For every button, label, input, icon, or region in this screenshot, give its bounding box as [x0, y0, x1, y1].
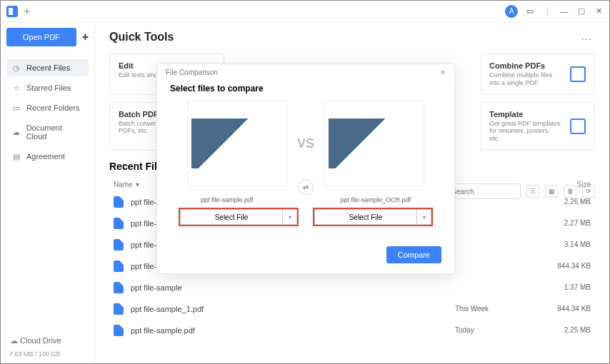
document-icon: ▤	[12, 152, 21, 161]
template-icon	[570, 110, 586, 143]
table-row[interactable]: ppt file-sample_1.pdfThis Week844.34 KB	[109, 298, 595, 320]
sidebar-item-label: Starred Files	[26, 84, 71, 92]
pdf-file-icon	[114, 239, 124, 251]
add-button[interactable]: +	[82, 31, 89, 44]
file-size: 3.14 MB	[541, 241, 591, 248]
file-date: This Week	[455, 305, 541, 313]
grid-view-button[interactable]: ▦	[545, 185, 558, 198]
tool-card-combine[interactable]: Combine PDFs Combine multiple files into…	[480, 54, 595, 95]
page-title: Quick Tools	[109, 31, 595, 44]
sidebar-item-agreement[interactable]: ▤ Agreement	[6, 148, 89, 165]
titlebar: + A ▭ ⋮ — ▢ ✕	[1, 1, 609, 22]
modal-title: Select files to compare	[157, 81, 454, 101]
table-row[interactable]: ppt file-sample1.37 MB	[109, 277, 595, 298]
pdf-file-icon	[114, 282, 124, 293]
pdf-file-icon	[114, 196, 124, 208]
select-file-right-group: Select File ▾	[313, 208, 433, 226]
chat-icon[interactable]: ▭	[525, 6, 535, 16]
sidebar-item-label: Recent Folders	[26, 103, 80, 112]
folder-icon: ▭	[12, 103, 21, 112]
select-file-left-button[interactable]: Select File	[180, 209, 283, 225]
sidebar-item-label: Agreement	[26, 152, 65, 161]
vs-label: VS	[297, 136, 314, 151]
select-file-left-dropdown[interactable]: ▾	[283, 209, 297, 225]
close-button[interactable]: ✕	[594, 6, 604, 16]
preview-left	[187, 101, 287, 186]
star-icon: ☆	[12, 84, 21, 92]
modal-close-button[interactable]: ✕	[440, 69, 446, 76]
file-size: 1.37 MB	[541, 283, 591, 291]
sidebar-item-recent-folders[interactable]: ▭ Recent Folders	[6, 99, 89, 116]
file-date: Today	[455, 326, 541, 334]
preview-right	[324, 101, 424, 186]
avatar[interactable]: A	[505, 5, 518, 18]
sidebar-item-recent-files[interactable]: ◷ Recent Files	[6, 59, 89, 76]
combine-icon	[570, 61, 586, 87]
sidebar-item-starred-files[interactable]: ☆ Starred Files	[6, 79, 89, 96]
file-name: ppt file-sample.pdf	[131, 326, 455, 335]
app-logo	[6, 6, 18, 17]
select-file-right-dropdown[interactable]: ▾	[417, 209, 431, 225]
file-right-name: ppt file-sample_OCR.pdf	[340, 196, 411, 203]
sidebar: Open PDF + ◷ Recent Files ☆ Starred File…	[1, 22, 95, 363]
file-size: 2.27 MB	[541, 219, 591, 227]
cloud-icon: ☁	[12, 128, 21, 136]
modal-header-label: File Comparison	[166, 69, 218, 76]
file-left-name: ppt file-sample.pdf	[201, 196, 254, 203]
open-pdf-button[interactable]: Open PDF	[6, 28, 76, 46]
refresh-button[interactable]: ⟳	[582, 185, 595, 198]
file-name: ppt file-sample_1.pdf	[131, 305, 455, 313]
sidebar-item-document-cloud[interactable]: ☁ Document Cloud	[6, 119, 89, 145]
tool-card-template[interactable]: Template Get great PDF templates for res…	[480, 102, 595, 151]
table-row[interactable]: ppt file-sample.pdfToday2.25 MB	[109, 320, 595, 341]
file-size: 2.25 MB	[541, 326, 591, 334]
compare-button[interactable]: Compare	[386, 246, 441, 263]
file-name: ppt file-sample	[131, 283, 455, 292]
sidebar-item-label: Document Cloud	[26, 123, 83, 141]
file-comparison-modal: File Comparison ✕ Select files to compar…	[156, 64, 455, 274]
pdf-file-icon	[114, 218, 124, 229]
menu-icon[interactable]: ⋮	[542, 6, 552, 16]
pdf-file-icon	[114, 261, 124, 272]
list-view-button[interactable]: ☰	[526, 185, 539, 198]
minimize-button[interactable]: —	[559, 7, 569, 16]
clock-icon: ◷	[12, 64, 21, 72]
select-file-right-button[interactable]: Select File	[314, 209, 417, 225]
delete-button[interactable]: 🗑	[564, 185, 576, 198]
overflow-menu[interactable]: ⋯	[581, 32, 592, 46]
storage-indicator: 7.63 MB / 100 GB	[6, 349, 89, 358]
pdf-file-icon	[114, 325, 124, 336]
maximize-button[interactable]: ▢	[576, 6, 586, 16]
file-size: 2.26 MB	[541, 198, 591, 206]
cloud-drive-link[interactable]: ☁ Cloud Drive	[6, 332, 89, 350]
swap-button[interactable]: ⇄	[298, 179, 314, 195]
select-file-left-group: Select File ▾	[179, 208, 299, 226]
new-tab-button[interactable]: +	[24, 5, 30, 18]
sidebar-item-label: Recent Files	[26, 64, 70, 72]
sort-icon: ▾	[136, 181, 139, 188]
file-size: 844.34 KB	[541, 262, 591, 270]
file-size: 844.34 KB	[541, 305, 591, 313]
cloud-icon: ☁	[9, 336, 18, 345]
pdf-file-icon	[114, 303, 124, 315]
